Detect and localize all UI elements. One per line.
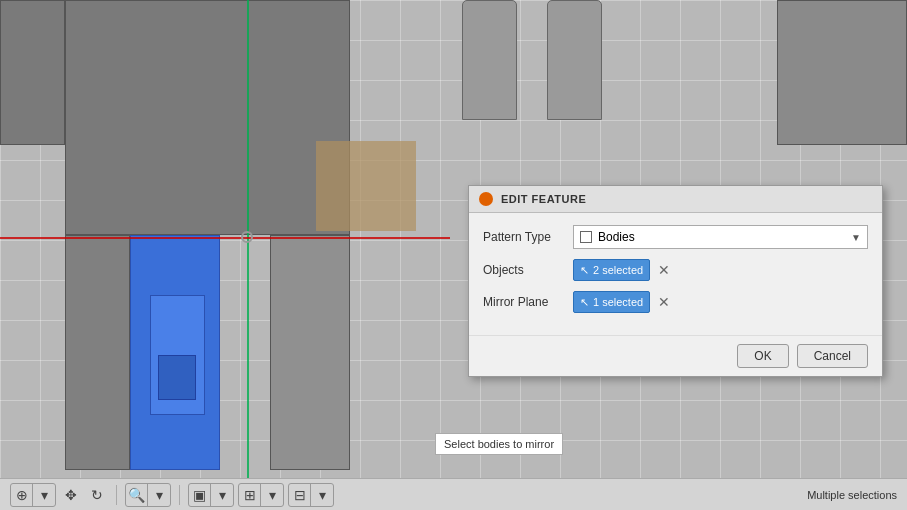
mirror-plane-selected-badge[interactable]: ↖ 1 selected (573, 291, 650, 313)
grid-icon[interactable]: ⊞ (239, 484, 261, 506)
mirror-plane-row: Mirror Plane ↖ 1 selected ✕ (483, 291, 868, 313)
mirror-plane-label: Mirror Plane (483, 295, 573, 309)
mirror-plane-badge-text: 1 selected (593, 296, 643, 308)
gray-lower-right (270, 235, 350, 470)
zoom-tools-group: 🔍 ▾ (125, 483, 171, 507)
display-icon[interactable]: ▣ (189, 484, 211, 506)
dialog-header-icon (479, 192, 493, 206)
body-highlight (316, 141, 416, 231)
mirror-cursor-icon: ↖ (580, 296, 589, 309)
pattern-type-checkbox[interactable] (580, 231, 592, 243)
nav-tools-group: ⊕ ▾ (10, 483, 56, 507)
dialog-header: EDIT FEATURE (469, 186, 882, 213)
cylinder-left (462, 0, 517, 120)
fit-all-icon[interactable]: ⊕ (11, 484, 33, 506)
body-part-main (65, 0, 350, 235)
objects-selected-badge[interactable]: ↖ 2 selected (573, 259, 650, 281)
pattern-type-row: Pattern Type Bodies ▼ (483, 225, 868, 249)
display-tools-group: ▣ ▾ (188, 483, 234, 507)
orbit-icon[interactable]: ↻ (86, 484, 108, 506)
snap-tools-group: ⊟ ▾ (288, 483, 334, 507)
pattern-type-select[interactable]: Bodies ▼ (573, 225, 868, 249)
center-dot (241, 231, 253, 243)
objects-field: ↖ 2 selected ✕ (573, 259, 868, 281)
mirror-plane-field: ↖ 1 selected ✕ (573, 291, 868, 313)
dialog-body: Pattern Type Bodies ▼ Objects ↖ 2 select… (469, 213, 882, 335)
body-part-top-right (777, 0, 907, 145)
pattern-type-dropdown-arrow-icon[interactable]: ▼ (851, 232, 861, 243)
hint-label: Select bodies to mirror (435, 433, 563, 455)
dialog-title: EDIT FEATURE (501, 193, 586, 205)
zoom-icon[interactable]: 🔍 (126, 484, 148, 506)
separator-2 (179, 485, 180, 505)
grid-dropdown-icon[interactable]: ▾ (261, 484, 283, 506)
separator-1 (116, 485, 117, 505)
objects-badge-text: 2 selected (593, 264, 643, 276)
mirror-plane-clear-button[interactable]: ✕ (656, 295, 672, 309)
axis-vertical (247, 0, 249, 510)
zoom-dropdown-icon[interactable]: ▾ (148, 484, 170, 506)
display-dropdown-icon[interactable]: ▾ (211, 484, 233, 506)
pattern-type-value: Bodies (598, 230, 635, 244)
edit-feature-dialog: EDIT FEATURE Pattern Type Bodies ▼ Objec… (468, 185, 883, 377)
toolbar-left: ⊕ ▾ ✥ ↻ 🔍 ▾ ▣ ▾ ⊞ ▾ ⊟ ▾ (10, 483, 334, 507)
objects-clear-button[interactable]: ✕ (656, 263, 672, 277)
hint-text: Select bodies to mirror (444, 438, 554, 450)
cylinder-right (547, 0, 602, 120)
bottom-toolbar: ⊕ ▾ ✥ ↻ 🔍 ▾ ▣ ▾ ⊞ ▾ ⊟ ▾ (0, 478, 907, 510)
ok-button[interactable]: OK (737, 344, 788, 368)
toolbar-status: Multiple selections (807, 489, 897, 501)
blue-part-notch (158, 355, 196, 400)
objects-label: Objects (483, 263, 573, 277)
body-part-top-left (0, 0, 65, 145)
pattern-type-label: Pattern Type (483, 230, 573, 244)
snap-icon[interactable]: ⊟ (289, 484, 311, 506)
snap-dropdown-icon[interactable]: ▾ (311, 484, 333, 506)
cancel-button[interactable]: Cancel (797, 344, 868, 368)
pan-icon[interactable]: ✥ (60, 484, 82, 506)
dropdown-arrow-icon[interactable]: ▾ (33, 484, 55, 506)
grid-tools-group: ⊞ ▾ (238, 483, 284, 507)
dialog-footer: OK Cancel (469, 335, 882, 376)
pattern-type-field: Bodies ▼ (573, 225, 868, 249)
status-text: Multiple selections (807, 489, 897, 501)
gray-lower-left (65, 235, 130, 470)
objects-row: Objects ↖ 2 selected ✕ (483, 259, 868, 281)
cursor-icon: ↖ (580, 264, 589, 277)
axis-horizontal (0, 237, 450, 239)
